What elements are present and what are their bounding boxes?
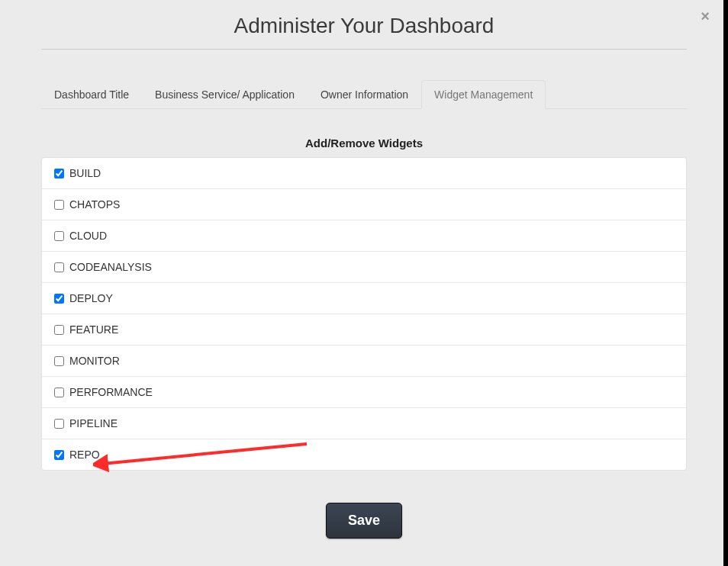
widget-row-monitor[interactable]: MONITOR	[42, 346, 686, 377]
widget-checkbox-pipeline[interactable]	[54, 419, 64, 429]
widget-label: MONITOR	[69, 355, 120, 367]
widget-label: REPO	[69, 449, 100, 461]
widget-label: BUILD	[69, 167, 101, 179]
widget-row-chatops[interactable]: CHATOPS	[42, 189, 686, 220]
tab-bar: Dashboard Title Business Service/ Applic…	[41, 80, 687, 109]
tab-dashboard-title[interactable]: Dashboard Title	[41, 80, 142, 109]
widget-row-codeanalysis[interactable]: CODEANALYSIS	[42, 252, 686, 283]
widget-row-performance[interactable]: PERFORMANCE	[42, 377, 686, 408]
widget-checkbox-feature[interactable]	[54, 325, 64, 335]
widget-checkbox-chatops[interactable]	[54, 200, 64, 210]
scrollbar[interactable]	[723, 0, 728, 566]
modal-title: Administer Your Dashboard	[0, 0, 728, 49]
widget-checkbox-performance[interactable]	[54, 388, 64, 397]
widget-row-cloud[interactable]: CLOUD	[42, 220, 686, 252]
close-button[interactable]: ×	[701, 8, 710, 25]
title-divider	[41, 49, 687, 50]
widget-label: FEATURE	[69, 323, 118, 336]
tab-owner-information[interactable]: Owner Information	[308, 80, 421, 109]
widget-label: CODEANALYSIS	[69, 261, 152, 273]
widget-list: BUILD CHATOPS CLOUD CODEANALYSIS DEPLOY …	[41, 157, 687, 471]
widget-checkbox-codeanalysis[interactable]	[54, 262, 64, 272]
widget-row-build[interactable]: BUILD	[42, 158, 686, 189]
widget-label: DEPLOY	[69, 292, 113, 304]
widget-label: PERFORMANCE	[69, 386, 153, 398]
widget-checkbox-cloud[interactable]	[54, 231, 64, 241]
section-title: Add/Remove Widgets	[0, 137, 728, 150]
widget-checkbox-build[interactable]	[54, 169, 64, 178]
widget-row-deploy[interactable]: DEPLOY	[42, 283, 686, 314]
widget-row-feature[interactable]: FEATURE	[42, 314, 686, 346]
save-button[interactable]: Save	[326, 503, 402, 539]
widget-label: CHATOPS	[69, 198, 120, 211]
widget-label: CLOUD	[69, 230, 107, 242]
widget-row-pipeline[interactable]: PIPELINE	[42, 408, 686, 439]
tab-business-service[interactable]: Business Service/ Application	[142, 80, 308, 109]
widget-label: PIPELINE	[69, 417, 118, 429]
widget-checkbox-deploy[interactable]	[54, 294, 64, 304]
widget-checkbox-repo[interactable]	[54, 450, 64, 460]
tab-widget-management[interactable]: Widget Management	[421, 80, 546, 109]
widget-checkbox-monitor[interactable]	[54, 356, 64, 366]
widget-row-repo[interactable]: REPO	[42, 439, 686, 470]
